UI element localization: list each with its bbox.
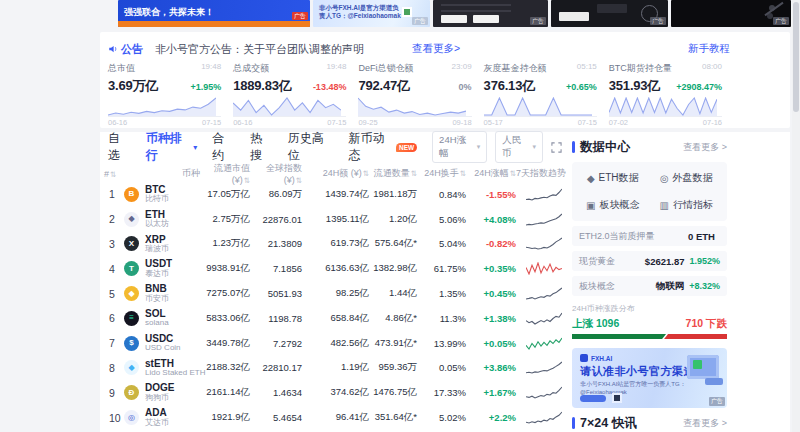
table-header-cell[interactable]: 24H换手⇅ [417,167,466,180]
header-label: # [104,169,109,179]
announcement-more-link[interactable]: 查看更多> [412,42,460,56]
change-cell: +1.38% [466,313,516,324]
table-header-cell[interactable]: 流通市值 (¥)⇅ [200,162,250,185]
top-ad-banner[interactable]: 非小号FXH.AI是官方渠道负责人TG：@Feixiaohaomak 广告 [313,0,430,27]
rank-cell: 4 [104,263,124,275]
table-header-cell[interactable]: 24H额 (¥)⇅ [302,167,369,180]
table-row[interactable]: 3 X XRP 瑞波币 1.23万亿 21.3809 619.73亿 575.6… [104,232,566,257]
supply-cell: 473.91亿* [369,337,417,350]
coin-name: solana [145,319,169,327]
table-row[interactable]: 7 $ USDC USD Coin 3449.78亿 7.2792 482.56… [104,331,566,356]
stat-mini-chart [358,97,471,117]
table-row[interactable]: 5 ◆ BNB 币安币 7275.07亿 5051.93 98.25亿 1.44… [104,281,566,306]
stat-date-from: 06-16 [108,118,127,127]
table-header-cell[interactable]: 24H涨幅⇅ [466,167,516,180]
change-cell: +3.86% [466,362,516,373]
table-row[interactable]: 6 ≡ SOL solana 5833.06亿 1198.78 658.84亿 … [104,306,566,331]
section-marker [572,417,575,429]
metric-row[interactable]: 板块概念 物联网 +8.32% [572,276,727,296]
table-header-cell[interactable]: 流通数量⇅ [369,167,417,180]
stat-card[interactable]: 灰度基金持仓额 05:15 376.13亿 +0.65% 05-17 07-15 [484,62,597,127]
top-ad-banner[interactable]: 广告 [551,0,668,27]
stat-title: 总成交额 [233,62,269,75]
table-row[interactable]: 4 T USDT 泰达币 9938.91亿 7.1856 6136.63亿 13… [104,256,566,281]
top-ad-banner[interactable]: 广告 [671,0,791,27]
trend-sparkline [516,237,566,250]
header-label: 币种 [182,168,200,178]
table-controls: 24H涨幅 ▾ 人民币 ▾ [432,131,562,163]
market-cap-cell: 7275.07亿 [200,287,250,300]
tab-item[interactable]: 自选 [108,130,131,164]
table-row[interactable]: 8 ◆ stETH Lido Staked ETH 2188.32亿 22810… [104,356,566,381]
quick-link-label: ETH数据 [599,171,639,185]
table-header-cell[interactable]: 7天指数趋势 [516,167,566,180]
qr-code [612,393,622,403]
tab-item[interactable]: 历史高位 [288,130,334,164]
data-center-more-link[interactable]: 查看更多 > [683,141,727,154]
tab-item[interactable]: 新币动态 NEW [348,130,417,164]
stat-card[interactable]: BTC期货持仓量 08:00 351.93亿 +2908.47% 07-02 0… [609,62,722,127]
ranking-section: 自选 币种排行 ▾ 合约 [100,132,566,432]
currency-select[interactable]: 人民币 ▾ [495,131,543,163]
coin-glyph: ≡ [129,314,134,322]
fxh-logo [580,354,588,362]
ad-button[interactable] [580,395,606,402]
table-header-cell[interactable]: #⇅ [104,169,124,179]
tab-item[interactable]: 币种排行 ▾ [146,130,197,164]
quick-link-label: 板块概念 [599,198,639,212]
stats-row: 总市值 19:48 3.69万亿 +1.95% 06-16 07-15 [108,62,722,127]
coin-cell: B BTC 比特币 [124,185,200,204]
ad-tag: 广告 [412,17,428,25]
coin-cell: ◆ stETH Lido Staked ETH [124,359,200,378]
top-card: 公告 非小号官方公告：关于平台团队调整的声明 查看更多> 新手教程 总市值 19… [100,32,790,128]
stat-date-to: 07-15 [202,118,221,127]
table-row[interactable]: 2 ◆ ETH 以太坊 2.75万亿 22876.01 1395.11亿 1.2… [104,207,566,232]
market-cap-cell: 2.75万亿 [200,213,250,226]
stat-card[interactable]: 总市值 19:48 3.69万亿 +1.95% 06-16 07-15 [108,62,221,127]
coin-name: 瑞波币 [145,245,169,253]
quick-link[interactable]: ◆ ETH数据 [576,171,650,185]
change-cell: +0.35% [466,263,516,274]
announcement-text[interactable]: 非小号官方公告：关于平台团队调整的声明 [155,42,364,57]
tab-label: 自选 [108,130,131,164]
metric-row[interactable]: 现货黄金 $2621.87 1.952% [572,251,727,271]
stat-card[interactable]: 总成交额 19:48 1889.83亿 -13.48% 06-16 07-15 [233,62,346,127]
stat-value: 792.47亿 [358,77,409,95]
new-badge: NEW [396,143,417,152]
coin-cell: ◎ ADA 艾达币 [124,408,200,427]
top-ad-banner[interactable]: 广告 [433,0,548,27]
coin-glyph: ◆ [128,215,134,223]
table-row[interactable]: 9 Ð DOGE 狗狗币 2161.14亿 1.4634 374.62亿 147… [104,380,566,405]
page: 强强联合，共探未来！ 广告 非小号FXH.AI是官方渠道负责人TG：@Feixi… [0,0,800,432]
scrollbar[interactable] [792,0,800,432]
news-more-link[interactable]: 查看更多 > [683,417,727,430]
stat-card[interactable]: DeFi总锁仓额 23:09 792.47亿 0% 09-25 09-18 [358,62,471,127]
table-row[interactable]: 10 ◎ ADA 艾达币 1921.9亿 5.4654 96.41亿 351.6… [104,405,566,430]
table-header-cell[interactable]: 全球指数 (¥)⇅ [250,162,302,185]
trend-sparkline [516,361,566,374]
table-row[interactable]: 1 B BTC 比特币 17.05万亿 86.09万 1439.74亿 1981… [104,182,566,207]
quick-link[interactable]: ◎ 外盘数据 [650,171,724,185]
metric-row[interactable]: ETH2.0当前质押量 0 ETH [572,226,727,246]
sidebar-ad-banner[interactable]: FXH.AI 请认准非小号官方渠道 非小号FXH.AI站是官方唯一负责人TG：@… [572,348,727,408]
stat-title: DeFi总锁仓额 [358,62,413,75]
change-cell: -0.82% [466,238,516,249]
quick-link[interactable]: ▣ 板块概念 [576,198,650,212]
trend-sparkline [516,312,566,325]
announcement-tag-label: 公告 [121,42,143,57]
tutorial-link[interactable]: 新手教程 [688,42,730,56]
range-select[interactable]: 24H涨幅 ▾ [432,131,487,163]
fullscreen-icon[interactable] [551,142,562,153]
coin-glyph: X [129,240,134,248]
outer-market-icon: ◎ [660,173,669,184]
quick-link[interactable]: ▥ 行情指标 [650,198,724,212]
top-ad-banner[interactable]: 强强联合，共探未来！ 广告 [118,0,310,27]
tab-item[interactable]: 热搜 [250,130,273,164]
table-header-cell[interactable]: 币种 [124,167,200,180]
scrollbar-thumb[interactable] [793,2,799,112]
stat-title: BTC期货持仓量 [609,62,672,75]
coin-name: 艾达币 [145,419,169,427]
coin-icon: B [124,187,139,202]
tab-item[interactable]: 合约 [212,130,235,164]
stat-time: 23:09 [452,62,472,75]
